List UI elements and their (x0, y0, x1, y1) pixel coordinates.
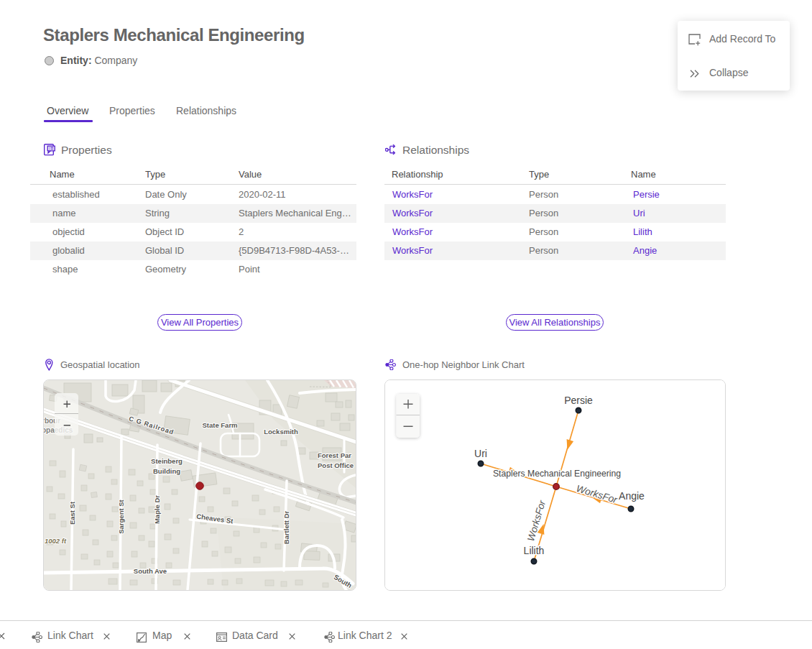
svg-text:Uri: Uri (474, 448, 487, 459)
svg-text:Steinberg: Steinberg (151, 457, 183, 465)
svg-text:Angie: Angie (619, 490, 645, 502)
svg-text:Lilith: Lilith (524, 545, 545, 556)
svg-text:Locksmith: Locksmith (264, 428, 298, 436)
svg-text:Post Office: Post Office (318, 461, 354, 469)
svg-text:East St: East St (68, 501, 76, 525)
svg-text:Sargent St: Sargent St (117, 499, 125, 533)
svg-text:Maple Dr: Maple Dr (153, 495, 161, 524)
svg-text:Persie: Persie (564, 395, 593, 406)
svg-text:Bartlett Dr: Bartlett Dr (282, 510, 290, 544)
svg-text:South Ave: South Ave (134, 567, 167, 575)
svg-text:Staplers Mechanical Engineerin: Staplers Mechanical Engineering (493, 469, 621, 479)
svg-text:Building: Building (153, 467, 180, 475)
svg-text:1002 ft: 1002 ft (45, 537, 67, 545)
svg-text:State Farm: State Farm (202, 421, 237, 429)
svg-text:Forest Par: Forest Par (318, 451, 351, 459)
